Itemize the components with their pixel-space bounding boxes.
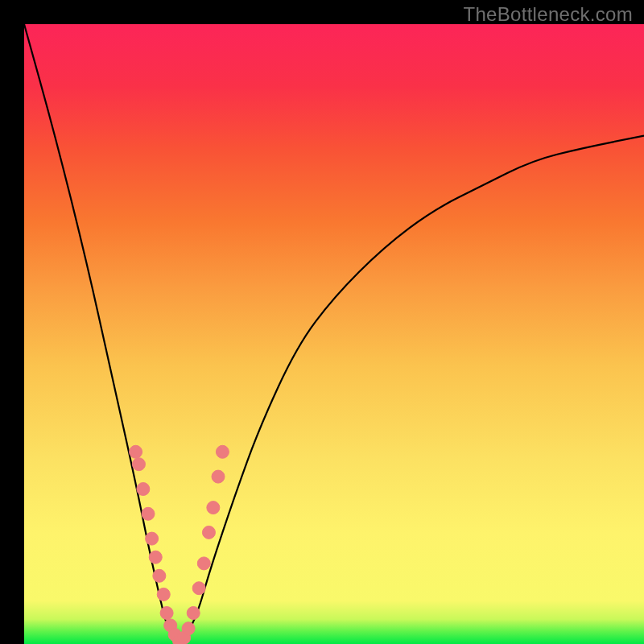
curve-markers <box>130 445 229 644</box>
curve-marker <box>130 445 142 458</box>
curve-marker <box>132 458 145 471</box>
curve-marker <box>197 557 210 570</box>
curve-marker <box>160 607 173 620</box>
curve-marker <box>212 470 225 483</box>
curve-marker <box>192 582 205 595</box>
curve-marker <box>187 607 200 620</box>
curve-marker <box>182 622 195 635</box>
bottleneck-curve <box>24 24 644 642</box>
curve-marker <box>207 502 220 514</box>
curve-marker <box>142 507 155 520</box>
curve-marker <box>146 532 159 545</box>
chart-frame: TheBottleneck.com <box>0 0 644 644</box>
curve-marker <box>137 483 150 496</box>
watermark-text: TheBottleneck.com <box>463 3 633 26</box>
plot-area <box>24 24 644 644</box>
curve-marker <box>149 551 162 564</box>
curve-marker <box>202 526 215 539</box>
curve-marker <box>157 588 170 601</box>
curve-marker <box>216 445 229 458</box>
curve-marker <box>153 569 166 582</box>
bottleneck-curve-svg <box>24 24 644 644</box>
